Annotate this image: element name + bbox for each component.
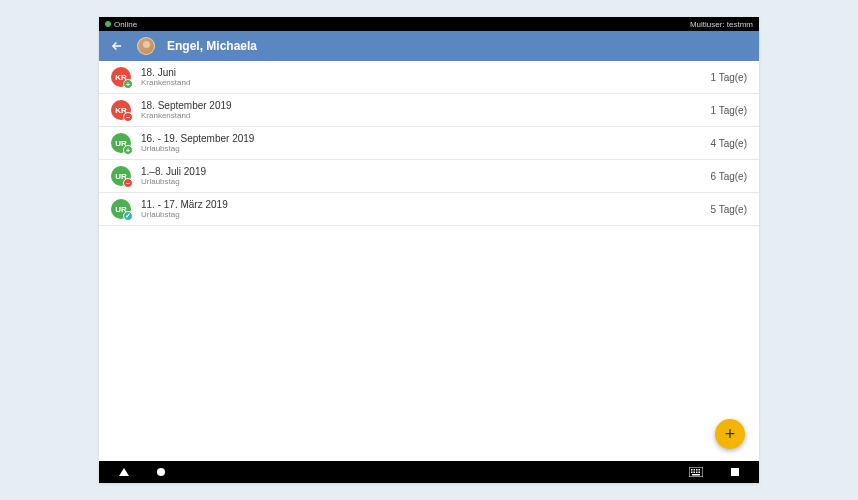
keyboard-icon [689, 467, 703, 477]
circle-icon [157, 468, 165, 476]
page-title: Engel, Michaela [167, 39, 257, 53]
list-item-date: 18. Juni [141, 67, 700, 78]
status-bar: Online Multiuser: testmm [99, 17, 759, 31]
svg-rect-8 [699, 472, 701, 474]
list-item-date: 11. - 17. März 2019 [141, 199, 700, 210]
entries-list: KR+18. JuniKrankenstand1 Tag(e)KR−18. Se… [99, 61, 759, 461]
list-item[interactable]: UR−1.–8. Juli 2019Urlaubstag6 Tag(e) [99, 160, 759, 193]
svg-rect-3 [696, 469, 698, 471]
svg-rect-5 [691, 472, 693, 474]
list-item-days: 6 Tag(e) [710, 171, 747, 182]
status-badge-icon: − [123, 112, 133, 122]
list-item-days: 1 Tag(e) [710, 105, 747, 116]
krankenstand-icon: KR− [111, 100, 131, 120]
list-item-text: 11. - 17. März 2019Urlaubstag [141, 199, 700, 219]
list-item[interactable]: UR✓11. - 17. März 2019Urlaubstag5 Tag(e) [99, 193, 759, 226]
list-item-text: 18. September 2019Krankenstand [141, 100, 700, 120]
online-dot-icon [105, 21, 111, 27]
list-item-type: Urlaubstag [141, 144, 700, 153]
svg-rect-9 [692, 474, 700, 476]
square-icon [731, 468, 739, 476]
list-item[interactable]: KR+18. JuniKrankenstand1 Tag(e) [99, 61, 759, 94]
svg-rect-6 [694, 472, 696, 474]
nav-recent-button[interactable] [731, 468, 739, 476]
krankenstand-icon: KR+ [111, 67, 131, 87]
urlaubstag-icon: UR− [111, 166, 131, 186]
add-button[interactable]: + [715, 419, 745, 449]
list-item-type: Urlaubstag [141, 177, 700, 186]
svg-rect-1 [691, 469, 693, 471]
list-item-days: 1 Tag(e) [710, 72, 747, 83]
status-badge-icon: + [123, 145, 133, 155]
svg-rect-4 [699, 469, 701, 471]
triangle-icon [119, 468, 129, 476]
list-item-date: 1.–8. Juli 2019 [141, 166, 700, 177]
list-item-type: Krankenstand [141, 78, 700, 87]
svg-rect-2 [694, 469, 696, 471]
list-item-text: 16. - 19. September 2019Urlaubstag [141, 133, 700, 153]
list-item[interactable]: KR−18. September 2019Krankenstand1 Tag(e… [99, 94, 759, 127]
list-item-date: 18. September 2019 [141, 100, 700, 111]
nav-back-button[interactable] [119, 468, 129, 476]
status-badge-icon: ✓ [123, 211, 133, 221]
list-item-date: 16. - 19. September 2019 [141, 133, 700, 144]
urlaubstag-icon: UR✓ [111, 199, 131, 219]
list-item-days: 5 Tag(e) [710, 204, 747, 215]
nav-bar [99, 461, 759, 483]
keyboard-button[interactable] [689, 467, 703, 477]
status-multiuser: Multiuser: testmm [690, 20, 753, 29]
header-bar: Engel, Michaela [99, 31, 759, 61]
list-item-text: 18. JuniKrankenstand [141, 67, 700, 87]
list-item[interactable]: UR+16. - 19. September 2019Urlaubstag4 T… [99, 127, 759, 160]
back-arrow-icon [110, 39, 124, 53]
list-item-type: Urlaubstag [141, 210, 700, 219]
list-item-type: Krankenstand [141, 111, 700, 120]
avatar [137, 37, 155, 55]
list-item-days: 4 Tag(e) [710, 138, 747, 149]
nav-home-button[interactable] [157, 468, 165, 476]
svg-rect-7 [696, 472, 698, 474]
status-badge-icon: + [123, 79, 133, 89]
urlaubstag-icon: UR+ [111, 133, 131, 153]
plus-icon: + [725, 424, 736, 445]
status-badge-icon: − [123, 178, 133, 188]
back-button[interactable] [109, 38, 125, 54]
status-online: Online [114, 20, 137, 29]
list-item-text: 1.–8. Juli 2019Urlaubstag [141, 166, 700, 186]
